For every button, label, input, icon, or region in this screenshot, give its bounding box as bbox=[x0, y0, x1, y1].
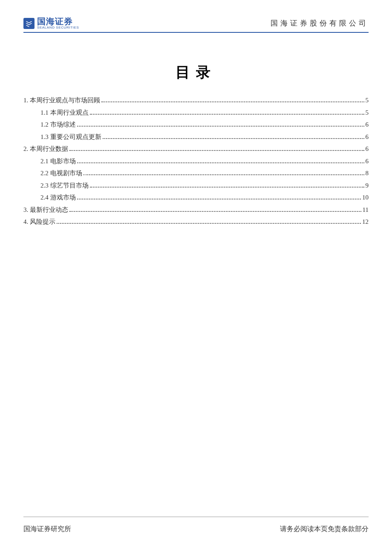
toc-entry[interactable]: 2.2 电视剧市场 8 bbox=[23, 168, 369, 179]
toc-label: 4. 风险提示 bbox=[23, 217, 55, 228]
toc-label: 2.3 综艺节目市场 bbox=[40, 180, 89, 191]
toc-dots bbox=[103, 138, 364, 139]
logo-text-block: 国海证券 SEALAND SECURITIES bbox=[37, 17, 79, 29]
page-header: 国海证券 SEALAND SECURITIES 国海证券股份有限公司 bbox=[23, 17, 369, 33]
toc-page: 8 bbox=[366, 168, 369, 179]
toc-dots bbox=[77, 199, 361, 199]
toc-page: 5 bbox=[366, 107, 369, 119]
toc-page: 5 bbox=[366, 95, 369, 106]
toc-entry[interactable]: 3. 最新行业动态 11 bbox=[23, 205, 369, 216]
footer-left: 国海证券研究所 bbox=[23, 525, 71, 534]
toc-page: 6 bbox=[366, 144, 369, 155]
toc-entry[interactable]: 1. 本周行业观点与市场回顾 5 bbox=[23, 95, 369, 106]
toc-entry[interactable]: 2. 本周行业数据 6 bbox=[23, 144, 369, 155]
toc-label: 1.3 重要公司观点更新 bbox=[40, 132, 101, 143]
footer-right: 请务必阅读本页免责条款部分 bbox=[280, 525, 369, 534]
toc-label: 1.1 本周行业观点 bbox=[40, 107, 89, 119]
toc-entry[interactable]: 2.1 电影市场 6 bbox=[23, 156, 369, 167]
logo-icon bbox=[23, 18, 35, 29]
toc-entry[interactable]: 4. 风险提示 12 bbox=[23, 217, 369, 228]
toc-dots bbox=[90, 114, 364, 115]
toc-title: 目录 bbox=[23, 63, 369, 82]
toc-label: 2.1 电影市场 bbox=[40, 156, 76, 167]
toc-dots bbox=[77, 162, 364, 163]
toc-label: 3. 最新行业动态 bbox=[23, 205, 68, 216]
toc-dots bbox=[69, 150, 364, 151]
toc-dots bbox=[84, 174, 364, 175]
toc-dots bbox=[90, 187, 364, 188]
logo-en-text: SEALAND SECURITIES bbox=[37, 26, 79, 29]
toc-page: 6 bbox=[366, 132, 369, 143]
logo-area: 国海证券 SEALAND SECURITIES bbox=[23, 17, 79, 29]
toc-label: 2.4 游戏市场 bbox=[40, 192, 76, 203]
spacer bbox=[23, 229, 369, 517]
toc-page: 10 bbox=[362, 192, 369, 203]
toc-label: 2.2 电视剧市场 bbox=[40, 168, 82, 179]
page-footer: 国海证券研究所 请务必阅读本页免责条款部分 bbox=[23, 517, 369, 534]
toc-list: 1. 本周行业观点与市场回顾 5 1.1 本周行业观点 5 1.2 市场综述 6… bbox=[23, 95, 369, 229]
toc-page: 9 bbox=[366, 180, 369, 191]
company-name: 国海证券股份有限公司 bbox=[271, 18, 369, 28]
toc-entry[interactable]: 2.3 综艺节目市场 9 bbox=[23, 180, 369, 191]
toc-page: 12 bbox=[362, 217, 369, 228]
toc-page: 11 bbox=[363, 205, 369, 216]
logo-cn-text: 国海证券 bbox=[37, 17, 79, 26]
toc-label: 2. 本周行业数据 bbox=[23, 144, 68, 155]
toc-dots bbox=[57, 223, 361, 224]
toc-label: 1.2 市场综述 bbox=[40, 119, 76, 130]
toc-dots bbox=[77, 126, 364, 127]
toc-label: 1. 本周行业观点与市场回顾 bbox=[23, 95, 100, 106]
toc-dots bbox=[69, 211, 361, 212]
page-container: 国海证券 SEALAND SECURITIES 国海证券股份有限公司 目录 1.… bbox=[0, 0, 392, 555]
toc-page: 6 bbox=[366, 119, 369, 130]
toc-entry[interactable]: 1.1 本周行业观点 5 bbox=[23, 107, 369, 119]
toc-entry[interactable]: 1.2 市场综述 6 bbox=[23, 119, 369, 130]
toc-entry[interactable]: 2.4 游戏市场 10 bbox=[23, 192, 369, 203]
toc-entry[interactable]: 1.3 重要公司观点更新 6 bbox=[23, 132, 369, 143]
toc-dots bbox=[101, 101, 364, 102]
toc-page: 6 bbox=[366, 156, 369, 167]
